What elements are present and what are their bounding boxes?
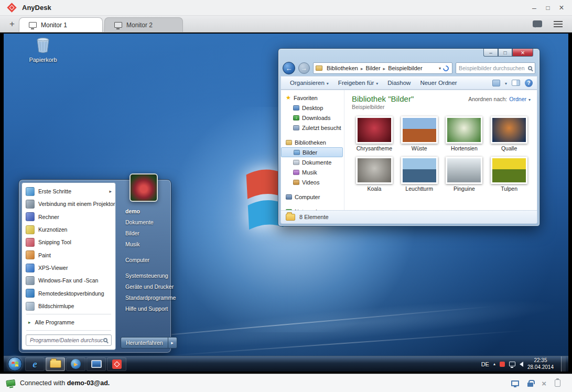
explorer-maximize-icon[interactable] — [498, 49, 512, 57]
start-item-kurznotizen[interactable]: Kurznotizen — [22, 223, 115, 236]
file-item[interactable]: Pinguine — [442, 157, 487, 192]
sidebar-item-musik[interactable]: Musik — [281, 167, 344, 177]
breadcrumb-item[interactable]: Beispielbilder — [386, 65, 424, 71]
explorer-window[interactable]: Bibliotheken Bilder Beispielbilder O — [278, 48, 540, 226]
explorer-minimize-icon[interactable] — [483, 49, 498, 57]
refresh-icon[interactable] — [442, 64, 450, 72]
file-thumbnail[interactable] — [356, 116, 393, 144]
network-tray-icon[interactable] — [509, 362, 515, 366]
file-item[interactable]: Tulpen — [487, 157, 532, 192]
recycle-bin[interactable]: Papierkorb — [25, 37, 61, 63]
user-avatar[interactable] — [129, 173, 158, 202]
anydesk-tray-icon[interactable] — [500, 362, 505, 367]
breadcrumb-item[interactable]: Bilder — [364, 65, 382, 71]
minimize-icon[interactable] — [529, 3, 539, 13]
shutdown-button[interactable]: Herunterfahren — [121, 337, 177, 349]
back-button[interactable] — [283, 62, 295, 74]
taskbar-anydesk[interactable] — [107, 357, 126, 371]
sidebar-item-zuletzt-besucht[interactable]: Zuletzt besucht — [281, 123, 344, 133]
file-item[interactable]: Leuchtturm — [397, 157, 442, 192]
start-item-hilfe[interactable]: Hilfe und Support — [118, 303, 168, 314]
file-thumbnail[interactable] — [401, 116, 438, 144]
file-item[interactable]: Hortensien — [442, 116, 487, 151]
sidebar-item-bibliotheken[interactable]: Bibliotheken — [281, 137, 344, 147]
organize-button[interactable]: Organisieren — [285, 80, 333, 86]
chevron-down-icon[interactable] — [439, 66, 441, 71]
file-item[interactable]: Chrysantheme — [352, 116, 397, 151]
address-bar[interactable]: Bibliotheken Bilder Beispielbilder — [313, 62, 452, 74]
forward-button[interactable] — [298, 62, 310, 74]
file-item[interactable]: Wüste — [397, 116, 442, 151]
slideshow-button[interactable]: Diashow — [383, 80, 415, 86]
file-thumbnail[interactable] — [401, 157, 438, 184]
start-item-bilder[interactable]: Bilder — [118, 227, 168, 238]
explorer-search-input[interactable] — [459, 65, 528, 71]
taskbar-clock[interactable]: 22:35 28.04.2014 — [527, 357, 554, 371]
new-folder-button[interactable]: Neuer Ordner — [415, 80, 461, 86]
tab-monitor-2[interactable]: Monitor 2 — [104, 17, 183, 32]
file-item[interactable]: Koala — [352, 157, 397, 192]
display-settings-icon[interactable] — [511, 380, 519, 386]
file-thumbnail[interactable] — [491, 157, 527, 184]
maximize-icon[interactable] — [543, 3, 553, 13]
start-item-user[interactable]: demo — [118, 205, 168, 216]
start-item-paint[interactable]: Paint — [22, 249, 115, 262]
tab-monitor-1[interactable]: Monitor 1 — [19, 17, 103, 32]
sidebar-item-favoriten[interactable]: Favoriten — [281, 93, 344, 103]
change-view-icon[interactable] — [492, 80, 500, 86]
shutdown-options-arrow-icon[interactable] — [168, 337, 177, 349]
start-item-remotedesktop[interactable]: Remotedesktopverbindung — [22, 287, 115, 300]
file-thumbnail[interactable] — [491, 116, 527, 144]
close-icon[interactable] — [556, 3, 567, 13]
language-indicator[interactable]: DE — [481, 361, 489, 367]
file-thumbnail[interactable] — [356, 157, 393, 184]
start-item-bildschirmlupe[interactable]: Bildschirmlupe — [22, 300, 115, 312]
start-item-snipping-tool[interactable]: Snipping Tool — [22, 236, 115, 248]
file-item[interactable]: Qualle — [487, 116, 532, 151]
sidebar-item-bilder[interactable]: Bilder — [281, 147, 343, 157]
start-item-projektor[interactable]: Verbindung mit einem Projektor — [22, 198, 115, 210]
sidebar-item-downloads[interactable]: Downloads — [281, 113, 344, 123]
taskbar-media-player[interactable] — [66, 357, 85, 371]
chevron-down-icon[interactable] — [505, 80, 507, 86]
start-button[interactable] — [8, 357, 22, 371]
help-icon[interactable] — [525, 79, 533, 87]
volume-icon[interactable] — [520, 362, 523, 367]
lock-input-icon[interactable] — [527, 383, 533, 387]
sidebar-item-dokumente[interactable]: Dokumente — [281, 157, 344, 167]
start-item-musik[interactable]: Musik — [118, 238, 168, 249]
start-search[interactable] — [26, 334, 112, 346]
arrange-by-value[interactable]: Ordner — [509, 96, 526, 102]
sidebar-item-desktop[interactable]: Desktop — [281, 103, 344, 113]
start-search-input[interactable] — [30, 337, 103, 343]
file-thumbnail[interactable] — [446, 116, 482, 144]
start-item-standardprogramme[interactable]: Standardprogramme — [118, 292, 168, 303]
preview-pane-icon[interactable] — [512, 80, 520, 86]
anydesk-titlebar[interactable]: AnyDesk — [0, 0, 572, 16]
start-item-erste-schritte[interactable]: Erste Schritte — [22, 185, 115, 198]
sidebar-item-videos[interactable]: Videos — [281, 177, 344, 187]
start-item-computer[interactable]: Computer — [118, 254, 168, 265]
clipboard-icon[interactable] — [555, 379, 560, 387]
taskbar-remote-app[interactable] — [87, 357, 106, 371]
start-item-xps-viewer[interactable]: XPS-Viewer — [22, 262, 115, 274]
start-item-geraete-drucker[interactable]: Geräte und Drucker — [118, 281, 168, 292]
explorer-search[interactable] — [456, 62, 535, 74]
show-desktop-button[interactable] — [561, 356, 566, 372]
remote-desktop[interactable]: Papierkorb Bibliotheken Bilder — [4, 34, 568, 372]
taskbar-internet-explorer[interactable] — [25, 357, 45, 371]
breadcrumb-item[interactable]: Bibliotheken — [325, 65, 360, 71]
start-item-dokumente[interactable]: Dokumente — [118, 216, 168, 227]
file-thumbnail[interactable] — [446, 157, 482, 184]
start-item-systemsteuerung[interactable]: Systemsteuerung — [118, 270, 168, 281]
taskbar-explorer[interactable] — [46, 357, 65, 371]
chat-icon[interactable] — [533, 20, 542, 27]
sidebar-item-computer[interactable]: Computer — [281, 192, 344, 202]
start-item-fax-scan[interactable]: Windows-Fax und -Scan — [22, 274, 115, 287]
start-item-rechner[interactable]: Rechner — [22, 211, 115, 223]
hidden-icons-arrow-icon[interactable] — [493, 362, 495, 366]
explorer-close-icon[interactable] — [512, 49, 533, 57]
share-button[interactable]: Freigeben für — [333, 80, 383, 86]
chevron-down-icon[interactable] — [528, 96, 531, 102]
all-programs-button[interactable]: Alle Programme — [22, 316, 115, 328]
